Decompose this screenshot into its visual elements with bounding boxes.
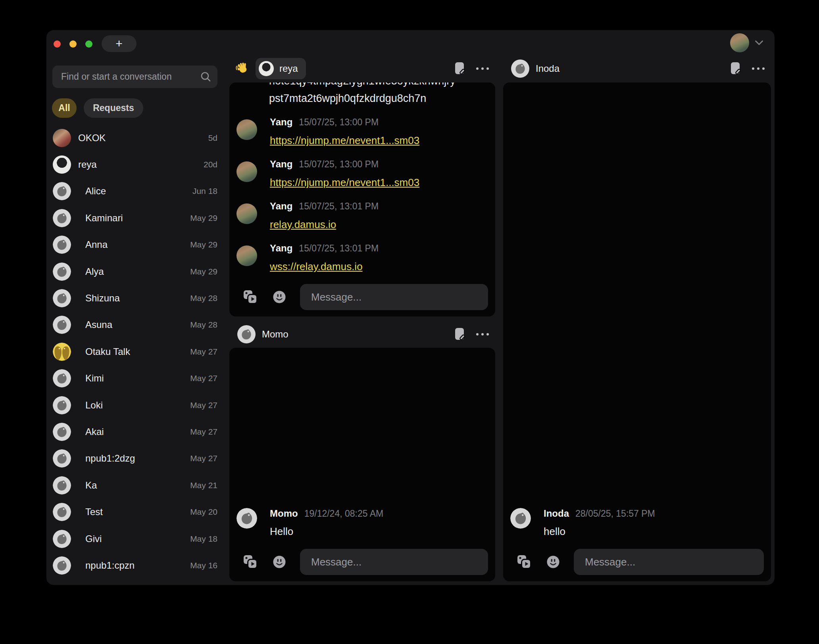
sender-avatar <box>236 245 257 266</box>
conversation-filters: All Requests <box>52 98 143 118</box>
conversation-row-ka[interactable]: Ka May 21 <box>53 472 217 498</box>
filter-requests[interactable]: Requests <box>84 98 143 118</box>
emoji-icon[interactable] <box>273 290 286 304</box>
close-window-button[interactable] <box>54 40 61 48</box>
message-link[interactable]: https://njump.me/nevent1...sm03 <box>270 134 419 146</box>
default-avatar-icon <box>53 209 71 227</box>
active-chat-pill[interactable]: reya <box>256 58 306 79</box>
emoji-icon[interactable] <box>273 555 286 569</box>
chevron-down-icon <box>755 40 763 46</box>
avatar <box>53 129 71 147</box>
conversation-row-loki[interactable]: Loki May 27 <box>53 392 217 418</box>
new-tab-button[interactable]: + <box>102 35 136 52</box>
message-link[interactable]: relay.damus.io <box>270 218 379 230</box>
minimize-window-button[interactable] <box>69 40 77 48</box>
message: Yang 15/07/25, 13:01 PM relay.damus.io <box>236 200 379 230</box>
default-avatar-icon <box>53 449 71 468</box>
search-input[interactable] <box>52 65 217 88</box>
note-compose-icon[interactable] <box>730 62 741 75</box>
message: Momo 19/12/24, 08:25 AM Hello <box>236 507 383 538</box>
app-window: + All Requests OKOK 5d reya 20d Alice Ju… <box>46 30 775 585</box>
conversation-row-asuna[interactable]: Asuna May 28 <box>53 312 217 338</box>
conversation-row-givi[interactable]: Givi May 18 <box>53 525 217 552</box>
message-input[interactable] <box>300 549 488 575</box>
default-avatar-icon <box>53 369 71 387</box>
message-input[interactable] <box>300 284 488 310</box>
search-icon <box>200 71 211 82</box>
conversation-row-okok[interactable]: OKOK 5d <box>53 125 217 151</box>
zoom-window-button[interactable] <box>85 40 92 48</box>
default-avatar-icon <box>53 263 71 281</box>
sender-avatar <box>510 508 531 529</box>
default-avatar-icon <box>53 236 71 254</box>
message: Yang 15/07/25, 13:00 PM https://njump.me… <box>236 158 419 188</box>
message-input-bar <box>229 549 495 575</box>
default-avatar-icon <box>53 556 71 575</box>
note-compose-icon[interactable] <box>454 328 465 341</box>
search-bar <box>52 65 217 88</box>
chat-panel-inoda: Inoda 28/05/25, 15:57 PM hello <box>503 82 771 581</box>
account-avatar[interactable] <box>730 33 749 52</box>
conversation-row-kimi[interactable]: Kimi May 27 <box>53 365 217 392</box>
message-link[interactable]: https://njump.me/nevent1...sm03 <box>270 176 419 188</box>
conversation-row-kaminari[interactable]: Kaminari May 29 <box>53 205 217 231</box>
owl-avatar-icon <box>53 343 71 361</box>
default-avatar-icon <box>53 423 71 441</box>
avatar <box>53 155 71 174</box>
default-avatar-icon <box>53 396 71 414</box>
sender-avatar <box>236 161 257 182</box>
sender-avatar <box>236 119 257 140</box>
wave-icon <box>235 61 249 76</box>
conversation-list: OKOK 5d reya 20d Alice Jun 18 Kaminari M… <box>53 125 217 579</box>
chat-avatar <box>259 61 274 76</box>
message: Yang 15/07/25, 13:01 PM wss://relay.damu… <box>236 242 379 272</box>
conversation-row-reya[interactable]: reya 20d <box>53 151 217 178</box>
sender-avatar <box>236 203 257 224</box>
conversation-row-test[interactable]: Test May 20 <box>53 498 217 525</box>
default-avatar-icon <box>53 503 71 521</box>
account-menu[interactable] <box>730 33 763 52</box>
note-compose-icon[interactable] <box>454 62 465 75</box>
conversation-row-otaku-talk[interactable]: Otaku Talk May 27 <box>53 338 217 365</box>
default-avatar-icon <box>53 316 71 334</box>
default-avatar-icon <box>53 182 71 200</box>
message: Inoda 28/05/25, 15:57 PM hello <box>510 507 655 538</box>
conversation-row-npub1-cpzn[interactable]: npub1:cpzn May 16 <box>53 552 217 579</box>
sender-avatar <box>236 508 257 529</box>
more-options-icon[interactable] <box>475 331 490 338</box>
chat-header-reya: reya <box>229 56 495 81</box>
more-options-icon[interactable] <box>475 65 490 72</box>
emoji-icon[interactable] <box>546 555 560 569</box>
message: Yang 15/07/25, 13:00 PM https://njump.me… <box>236 116 419 146</box>
conversation-row-alice[interactable]: Alice Jun 18 <box>53 178 217 205</box>
conversation-row-shizuna[interactable]: Shizuna May 28 <box>53 285 217 311</box>
conversation-row-anna[interactable]: Anna May 29 <box>53 232 217 258</box>
default-avatar-icon <box>53 530 71 548</box>
more-options-icon[interactable] <box>751 65 765 72</box>
conversation-row-npub1-2dzg[interactable]: npub1:2dzg May 27 <box>53 445 217 472</box>
default-avatar-icon <box>511 59 529 78</box>
message-input-bar <box>503 549 771 575</box>
conversation-row-alya[interactable]: Alya May 29 <box>53 258 217 285</box>
chat-panel-momo: Momo 19/12/24, 08:25 AM Hello <box>229 348 495 581</box>
default-avatar-icon <box>237 325 256 343</box>
media-attach-icon[interactable] <box>242 554 258 570</box>
message-link[interactable]: wss://relay.damus.io <box>270 261 379 272</box>
conversation-row-akai[interactable]: Akai May 27 <box>53 418 217 445</box>
chat-header-momo: Momo <box>229 321 495 347</box>
message-input[interactable] <box>574 549 764 575</box>
filter-all[interactable]: All <box>52 98 77 118</box>
message-nostr-id: note1qy4tmpag2lygn1wfe3oykzknwnjry pst7m… <box>269 82 487 107</box>
chat-header-inoda: Inoda <box>503 56 771 81</box>
chat-panel-reya: note1qy4tmpag2lygn1wfe3oykzknwnjry pst7m… <box>229 82 495 316</box>
default-avatar-icon <box>53 289 71 307</box>
media-attach-icon[interactable] <box>242 289 258 305</box>
default-avatar-icon <box>53 476 71 494</box>
message-input-bar <box>229 284 495 310</box>
media-attach-icon[interactable] <box>516 554 532 570</box>
